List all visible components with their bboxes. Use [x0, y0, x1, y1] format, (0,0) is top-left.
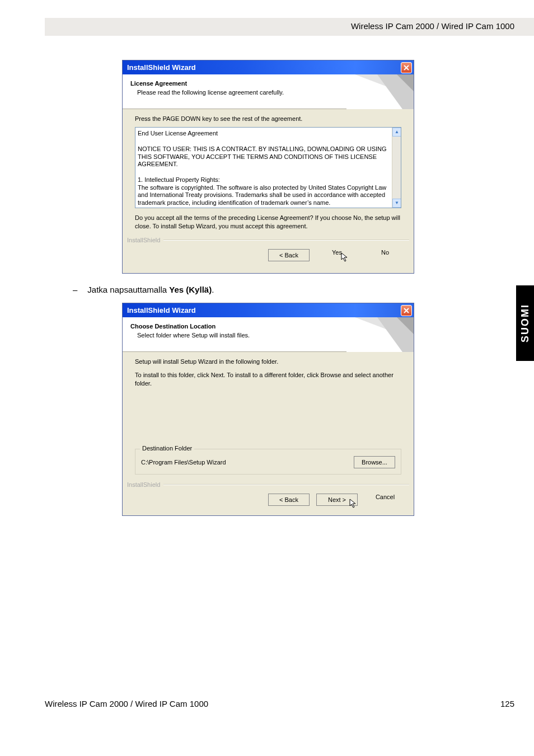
- instr-suffix: .: [212, 285, 214, 294]
- eula-section1-body: The software is copyrighted. The softwar…: [138, 184, 390, 207]
- wizard-header: License Agreement Please read the follow…: [123, 74, 414, 109]
- header-product-name: Wireless IP Cam 2000 / Wired IP Cam 1000: [351, 21, 514, 31]
- next-button[interactable]: Next >: [316, 494, 358, 506]
- scrollbar[interactable]: ▲ ▼: [392, 128, 401, 208]
- eula-textbox[interactable]: End User License Agreement NOTICE TO USE…: [135, 127, 401, 208]
- accept-question: Do you accept all the terms of the prece…: [135, 214, 401, 230]
- titlebar: InstallShield Wizard: [123, 60, 414, 74]
- eula-title: End User License Agreement: [138, 130, 390, 138]
- back-button[interactable]: < Back: [268, 249, 310, 261]
- cancel-button[interactable]: Cancel: [364, 494, 406, 506]
- window-title: InstallShield Wizard: [127, 306, 196, 314]
- window-title: InstallShield Wizard: [127, 63, 196, 72]
- wizard-body: Setup will install Setup Wizard in the f…: [123, 352, 414, 478]
- instruction-text: –Jatka napsauttamalla Yes (Kyllä).: [73, 285, 214, 294]
- wizard-body: Press the PAGE DOWN key to see the rest …: [123, 109, 414, 233]
- back-button[interactable]: < Back: [268, 494, 310, 506]
- close-icon[interactable]: [401, 305, 412, 316]
- yes-button[interactable]: Yes: [316, 249, 358, 261]
- destination-wizard-dialog: InstallShield Wizard Choose Destination …: [122, 303, 414, 516]
- eula-section1-head: 1. Intellectual Property Rights:: [138, 176, 390, 184]
- destination-path: C:\Program Files\Setup Wizard: [141, 459, 226, 466]
- banner-art: [346, 317, 414, 352]
- pagedown-hint: Press the PAGE DOWN key to see the rest …: [135, 115, 401, 123]
- button-row: < Back Yes No: [123, 243, 414, 268]
- scroll-down-icon[interactable]: ▼: [392, 199, 401, 208]
- destination-folder-group: Destination Folder C:\Program Files\Setu…: [135, 449, 401, 475]
- license-wizard-dialog: InstallShield Wizard License Agreement P…: [122, 60, 414, 274]
- next-label: Next >: [328, 496, 346, 503]
- scroll-up-icon[interactable]: ▲: [392, 128, 401, 137]
- instr-bold: Yes (Kyllä): [169, 285, 212, 294]
- page-footer: Wireless IP Cam 2000 / Wired IP Cam 1000…: [45, 699, 514, 708]
- brand-divider: InstallShield: [123, 481, 414, 488]
- brand-label: InstallShield: [127, 237, 160, 243]
- instr-prefix: Jatka napsauttamalla: [87, 285, 169, 294]
- cursor-icon: [341, 252, 349, 262]
- wizard-header: Choose Destination Location Select folde…: [123, 317, 414, 352]
- install-line1: Setup will install Setup Wizard in the f…: [135, 358, 401, 365]
- cursor-icon: [349, 499, 357, 509]
- titlebar: InstallShield Wizard: [123, 303, 414, 317]
- brand-label: InstallShield: [127, 481, 160, 488]
- eula-notice: NOTICE TO USER: THIS IS A CONTRACT. BY I…: [138, 145, 390, 168]
- footer-product-name: Wireless IP Cam 2000 / Wired IP Cam 1000: [45, 699, 208, 708]
- close-icon[interactable]: [401, 62, 412, 73]
- brand-divider: InstallShield: [123, 237, 414, 243]
- footer-page-number: 125: [500, 699, 514, 708]
- destination-legend: Destination Folder: [140, 445, 194, 452]
- yes-label: Yes: [332, 249, 342, 256]
- no-button[interactable]: No: [364, 249, 406, 261]
- language-label: SUOMI: [519, 304, 531, 342]
- language-side-tab: SUOMI: [516, 285, 534, 361]
- install-line2: To install to this folder, click Next. T…: [135, 371, 401, 387]
- button-row: < Back Next > Cancel: [123, 488, 414, 513]
- banner-art: [346, 74, 414, 109]
- browse-button[interactable]: Browse...: [354, 456, 395, 468]
